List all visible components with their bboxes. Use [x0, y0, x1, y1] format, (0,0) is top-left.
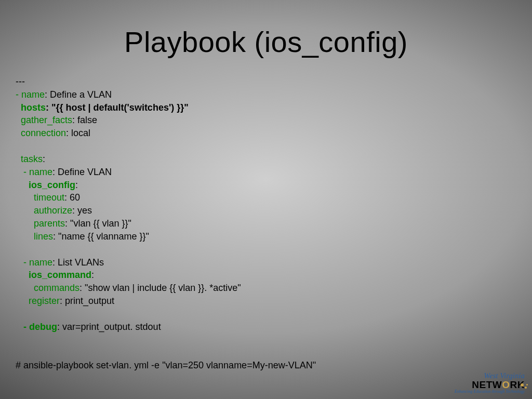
logo-o: O: [502, 379, 510, 390]
val-ios-command: :: [91, 270, 94, 280]
val-debug: : var=print_output. stdout: [57, 322, 161, 332]
val-register: : print_output: [60, 296, 114, 306]
key-authorize: authorize: [16, 205, 72, 216]
val-hosts: : "{{ host | default('switches') }}": [46, 102, 189, 113]
key-commands: commands: [16, 283, 79, 293]
val-task1-name: : Define VLAN: [52, 167, 112, 177]
footer-command: # ansible-playbook set-vlan. yml -e "vla…: [16, 360, 316, 371]
logo-dots-icon: [518, 382, 528, 392]
val-parents: : "vlan {{ vlan }}": [65, 218, 131, 229]
val-ios-config: :: [75, 180, 78, 190]
logo-line2: NETWORK: [455, 380, 525, 390]
key-ios-config: ios_config: [16, 180, 75, 190]
val-task2-name: : List VLANs: [52, 257, 104, 268]
key-tasks: tasks: [16, 154, 43, 164]
logo-tagline: Enhancing Education through Technology: [455, 390, 525, 394]
key-task1-name: - name: [16, 167, 52, 177]
yaml-doc-start: ---: [16, 76, 25, 87]
val-timeout: : 60: [64, 192, 80, 203]
val-lines: : "name {{ vlanname }}": [53, 231, 149, 242]
key-debug: - debug: [16, 322, 57, 332]
slide-title: Playbook (ios_config): [0, 0, 532, 59]
key-parents: parents: [16, 218, 65, 229]
logo: West Virginia NETWORK Enhancing Educatio…: [455, 373, 525, 394]
logo-line1: West Virginia: [455, 373, 525, 380]
val-tasks: :: [43, 154, 45, 164]
key-connection: connection: [16, 128, 66, 138]
key-lines: lines: [16, 231, 53, 242]
key-name: - name: [16, 89, 45, 100]
val-gather-facts: : false: [72, 115, 97, 125]
key-hosts: hosts: [16, 102, 46, 113]
playbook-code: --- - name: Define a VLAN hosts: "{{ hos…: [16, 75, 511, 334]
val-connection: : local: [66, 128, 90, 138]
slide: Playbook (ios_config) --- - name: Define…: [0, 0, 532, 399]
logo-netw: NETW: [472, 379, 502, 390]
key-timeout: timeout: [16, 192, 64, 203]
val-authorize: : yes: [72, 205, 92, 216]
key-task2-name: - name: [16, 257, 52, 268]
val-commands: : "show vlan | include {{ vlan }}. *acti…: [79, 283, 241, 293]
key-register: register: [16, 296, 60, 306]
val-name: : Define a VLAN: [45, 89, 112, 100]
key-gather-facts: gather_facts: [16, 115, 72, 125]
key-ios-command: ios_command: [16, 270, 91, 280]
